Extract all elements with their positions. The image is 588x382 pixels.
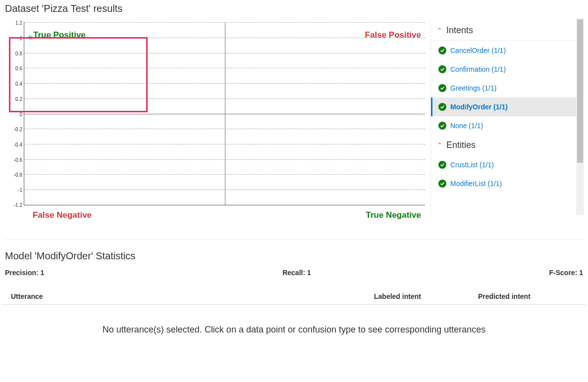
- chart-label-false-negative[interactable]: False Negative: [33, 210, 92, 220]
- y-tick: -1.2: [8, 202, 22, 208]
- sidebar-item-crustlist[interactable]: CrustList (1/1): [431, 155, 578, 174]
- page-title: Dataset 'Pizza Test' results: [0, 0, 588, 18]
- y-tick: -0.6: [8, 157, 22, 162]
- utterance-table-header: Utterance Labeled intent Predicted inten…: [2, 288, 586, 305]
- check-circle-icon: [438, 161, 446, 169]
- sidebar-item-label: CancelOrder (1/1): [450, 47, 506, 54]
- th-predicted-intent[interactable]: Predicted intent: [478, 292, 577, 300]
- y-tick: 0: [8, 111, 22, 117]
- section-title: Intents: [446, 25, 473, 36]
- y-tick: -0.2: [8, 127, 22, 132]
- recall-value: Recall: 1: [282, 269, 311, 277]
- sidebar-item-none[interactable]: None (1/1): [431, 116, 578, 135]
- sidebar-item-label: Confirmation (1/1): [450, 65, 506, 73]
- section-header-entities[interactable]: ⌃ Entities: [431, 135, 578, 155]
- chart-area[interactable]: 1.2 1 0.8 0.6 0.4 0.2 0 -0.2 -0.4 -0.6 -…: [24, 22, 425, 205]
- check-circle-icon: [438, 180, 446, 188]
- sidebar-item-label: ModifyOrder (1/1): [450, 103, 508, 111]
- th-labeled-intent[interactable]: Labeled intent: [374, 292, 478, 300]
- section-header-intents[interactable]: ⌃ Intents: [431, 20, 578, 41]
- results-top-row: 1.2 1 0.8 0.6 0.4 0.2 0 -0.2 -0.4 -0.6 -…: [0, 18, 588, 231]
- sidebar-item-label: None (1/1): [450, 122, 483, 130]
- check-circle-icon: [438, 122, 446, 130]
- empty-utterances-message: No utterance(s) selected. Click on a dat…: [0, 305, 588, 345]
- chart-center-axis: [225, 22, 225, 205]
- sidebar-item-confirmation[interactable]: Confirmation (1/1): [431, 60, 578, 79]
- fscore-value: F-Score: 1: [549, 269, 583, 277]
- y-tick: 1: [8, 35, 22, 41]
- sidebar-item-modifierlist[interactable]: ModifierList (1/1): [431, 174, 578, 193]
- chevron-up-icon: ⌃: [437, 142, 442, 149]
- y-tick: 1.2: [8, 20, 22, 26]
- check-circle-icon: [438, 84, 446, 92]
- th-utterance[interactable]: Utterance: [11, 292, 374, 300]
- check-circle-icon: [438, 47, 446, 54]
- sidebar-item-label: Greetings (1/1): [450, 84, 496, 92]
- section-title: Entities: [446, 140, 476, 150]
- sidebar-scrollbar[interactable]: [576, 18, 584, 215]
- y-tick: -0.8: [8, 172, 22, 178]
- sidebar-item-greetings[interactable]: Greetings (1/1): [431, 79, 578, 97]
- y-tick: -0.4: [8, 142, 22, 147]
- sidebar-item-label: CrustList (1/1): [450, 161, 494, 169]
- stats-row: Precision: 1 Recall: 1 F-Score: 1: [0, 269, 588, 288]
- chart-data-point[interactable]: [28, 36, 32, 40]
- y-tick: 0.8: [8, 50, 22, 56]
- chart-label-false-positive[interactable]: False Positive: [365, 30, 421, 40]
- sidebar-item-label: ModifierList (1/1): [450, 180, 502, 188]
- y-tick: 0.4: [8, 81, 22, 86]
- y-tick: -1: [8, 188, 22, 193]
- scrollbar-thumb[interactable]: [577, 19, 583, 163]
- chart-label-true-negative[interactable]: True Negative: [366, 210, 422, 220]
- chevron-up-icon: ⌃: [437, 27, 442, 34]
- check-circle-icon: [438, 65, 446, 73]
- y-tick: 0.2: [8, 96, 22, 101]
- stats-title: Model 'ModifyOrder' Statistics: [0, 247, 588, 269]
- section-divider: [5, 239, 583, 239]
- precision-value: Precision: 1: [5, 269, 44, 277]
- chart-label-true-positive[interactable]: True Positive: [33, 30, 86, 40]
- sidebar: ⌃ Intents CancelOrder (1/1) Confirmation…: [430, 18, 584, 215]
- sidebar-item-modifyorder[interactable]: ModifyOrder (1/1): [431, 97, 578, 116]
- sidebar-item-cancelorder[interactable]: CancelOrder (1/1): [431, 41, 578, 60]
- confusion-chart: 1.2 1 0.8 0.6 0.4 0.2 0 -0.2 -0.4 -0.6 -…: [4, 18, 427, 226]
- check-circle-icon: [438, 103, 446, 111]
- y-tick: 0.6: [8, 66, 22, 71]
